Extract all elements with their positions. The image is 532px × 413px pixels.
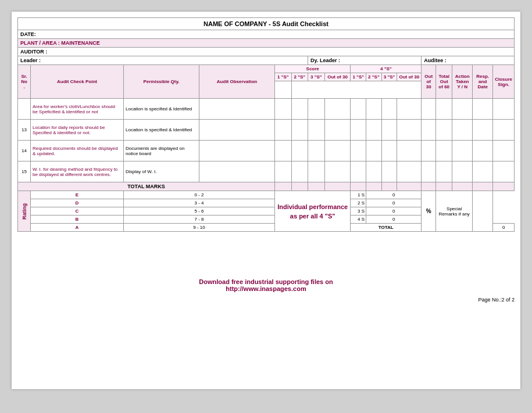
total-total: [436, 182, 452, 191]
date-label: DATE:: [20, 31, 36, 37]
auditor-label: AUDITOR :: [20, 49, 47, 55]
footer: Download free industrial supporting file…: [17, 278, 515, 292]
row-sr-blank: [18, 99, 31, 120]
individual-performance: Individual performance as per all 4 "S": [275, 191, 351, 232]
page-number: Page No.:2 of 2: [17, 297, 515, 303]
rating-score-label-4s: 4 S: [351, 216, 366, 224]
rating-score-label-3s: 3 S: [351, 207, 366, 216]
row15-s2: [291, 161, 308, 182]
rating-score-val-3s: 0: [366, 207, 422, 216]
individual-perf-line2: as per all 4 "S": [277, 213, 348, 220]
row14-obs: [199, 141, 275, 161]
footer-line2: http://www.inaspages.com: [17, 285, 515, 292]
action-label: Action Taken Y / N: [455, 74, 470, 89]
row15-s3: [308, 161, 325, 182]
row13-s3: [308, 120, 325, 141]
rating-range-c: 5 - 6: [124, 207, 275, 216]
row14-action: [452, 141, 473, 161]
row13-resp: [473, 120, 493, 141]
table-row: 13 Location for daily reports should be …: [18, 120, 515, 141]
four-s-out-header: Out of 30: [397, 73, 422, 81]
row-obs-blank: [199, 99, 275, 120]
row15-action: [452, 161, 473, 182]
score-2s-header: 2 "S": [291, 73, 308, 81]
row14-fs3: [381, 141, 397, 161]
plant-label: PLANT / AREA : MAINTENANCE: [20, 40, 100, 46]
row14-sr: 14: [18, 141, 31, 161]
total-fs3: [381, 182, 397, 191]
total-s2: [291, 182, 308, 191]
row14-total: [436, 141, 452, 161]
four-s-1-header: 1 "S": [351, 73, 366, 81]
row14-s3: [308, 141, 325, 161]
row13-perm: Location is specified & Identified: [124, 120, 199, 141]
rating-grade-b: B: [31, 216, 124, 224]
page-container: NAME OF COMPANY - 5S Audit Checklist DAT…: [12, 12, 520, 389]
table-row: Area for worker's cloth/Lunchbox should …: [18, 99, 515, 120]
four-s-3-header: 3 "S": [381, 73, 397, 81]
individual-perf-line1: Individual performance: [277, 203, 348, 210]
row-s3-blank: [308, 99, 325, 120]
rating-range-a: 9 - 10: [124, 224, 275, 232]
row14-s2: [291, 141, 308, 161]
row-s1-blank: [275, 99, 292, 120]
row15-perm: Display of W. I.: [124, 161, 199, 182]
title-row: NAME OF COMPANY - 5S Audit Checklist: [18, 18, 515, 30]
rating-grade-d: D: [31, 199, 124, 207]
row15-fs1: [351, 161, 366, 182]
empty-sr: [275, 81, 292, 99]
total-marks-label: TOTAL MARKS: [18, 182, 275, 191]
rating-row: Rating E 0 - 2 Individual performance as…: [18, 191, 515, 199]
leader-row: Leader : Dy. Leader : Auditee :: [18, 56, 515, 65]
row-resp-blank: [473, 99, 493, 120]
total-out30: [324, 182, 351, 191]
out-label2: of 30: [426, 79, 431, 89]
rating-score-label-1s: 1 S: [351, 191, 366, 199]
rating-score-val-4s: 0: [366, 216, 422, 224]
rating-score-val-2s: 0: [366, 199, 422, 207]
rating-range-b: 7 - 8: [124, 216, 275, 224]
row-total-blank: [436, 99, 452, 120]
row-s2-blank: [291, 99, 308, 120]
percent-symbol: %: [422, 191, 436, 232]
row14-out30: [324, 141, 351, 161]
auditor-row: AUDITOR :: [18, 48, 515, 56]
row-perm-blank: Location is specified & Identified: [124, 99, 199, 120]
row14-s1: [275, 141, 292, 161]
row14-closure: [493, 141, 515, 161]
total-out-label: Total Out of 60: [438, 74, 449, 89]
total-out: [422, 182, 436, 191]
rating-score-val-1s: 0: [366, 191, 422, 199]
total-s1: [275, 182, 292, 191]
resp-col-header: Resp. and Date: [473, 65, 493, 99]
page-title: NAME OF COMPANY - 5S Audit Checklist: [18, 18, 515, 30]
total-fs1: [351, 182, 366, 191]
resp-label: Resp. and Date: [476, 74, 489, 89]
plant-row: PLANT / AREA : MAINTENANCE: [18, 39, 515, 48]
row-fsout-blank: [397, 99, 422, 120]
total-closure: [493, 182, 515, 191]
row-audit-blank: Area for worker's cloth/Lunchbox should …: [31, 99, 124, 120]
date-row: DATE:: [18, 30, 515, 39]
row13-action: [452, 120, 473, 141]
rating-range-e: 0 - 2: [124, 191, 275, 199]
row13-s1: [275, 120, 292, 141]
row15-sr: 15: [18, 161, 31, 182]
row14-perm: Documents are displayed on notice board: [124, 141, 199, 161]
score-1s-header: 1 "S": [275, 73, 292, 81]
audit-col-header: Audit Check Point: [31, 65, 124, 99]
out-label: Out: [424, 74, 433, 79]
row13-fs2: [366, 120, 382, 141]
row13-audit: Location for daily reports should be Spe…: [31, 120, 124, 141]
footer-line1: Download free industrial supporting file…: [17, 278, 515, 285]
rating-score-label-2s: 2 S: [351, 199, 366, 207]
row13-closure: [493, 120, 515, 141]
rating-grade-c: C: [31, 207, 124, 216]
four-s-2-header: 2 "S": [366, 73, 382, 81]
rating-total-label: TOTAL: [351, 224, 422, 232]
dy-leader-label: Dy. Leader :: [310, 58, 340, 63]
table-row: 15 W. I. for deaning method and friquenc…: [18, 161, 515, 182]
row-action-blank: [452, 99, 473, 120]
row-fs1-blank: [351, 99, 366, 120]
out-col-header: Out of 30: [422, 65, 436, 99]
